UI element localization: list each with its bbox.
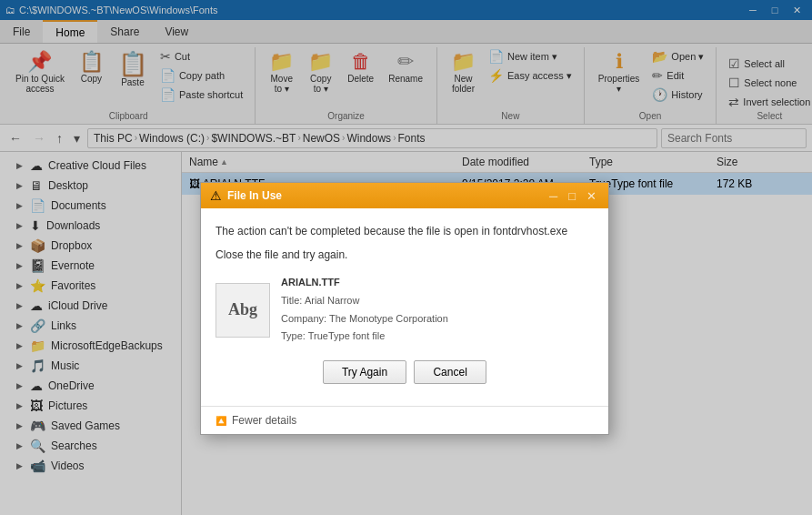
dialog-minimize-button[interactable]: ─ [546, 189, 560, 203]
dialog-footer[interactable]: 🔼 Fewer details [201, 406, 608, 434]
file-in-use-dialog: ⚠ File In Use ─ □ ✕ The action can't be … [200, 182, 609, 435]
dialog-close-button[interactable]: ✕ [584, 189, 599, 203]
dialog-title-icon: ⚠ [210, 188, 222, 203]
dialog-file-company: Company: The Monotype Corporation [281, 310, 448, 328]
dialog-title-text: File In Use [227, 189, 541, 202]
dialog-message-line2: Close the file and try again. [216, 247, 594, 263]
file-details: ARIALN.TTF Title: Arial Narrow Company: … [281, 274, 448, 346]
file-preview-text: Abg [228, 300, 257, 319]
dialog-maximize-button[interactable]: □ [566, 189, 578, 203]
dialog-file-title: Title: Arial Narrow [281, 292, 448, 310]
dialog-buttons: Try Again Cancel [216, 360, 594, 384]
chevron-up-icon: 🔼 [216, 416, 226, 426]
dialog-titlebar: ⚠ File In Use ─ □ ✕ [201, 183, 608, 208]
dialog-file-name: ARIALN.TTF [281, 274, 448, 292]
cancel-button[interactable]: Cancel [414, 360, 486, 384]
try-again-button[interactable]: Try Again [323, 360, 406, 384]
dialog-body: The action can't be completed because th… [201, 208, 608, 406]
dialog-file-info: Abg ARIALN.TTF Title: Arial Narrow Compa… [216, 274, 594, 346]
dialog-file-type: Type: TrueType font file [281, 328, 448, 346]
dialog-message-line1: The action can't be completed because th… [216, 223, 594, 239]
dialog-overlay: ⚠ File In Use ─ □ ✕ The action can't be … [0, 0, 812, 515]
fewer-details-label: Fewer details [232, 414, 296, 427]
file-preview: Abg [216, 283, 270, 338]
